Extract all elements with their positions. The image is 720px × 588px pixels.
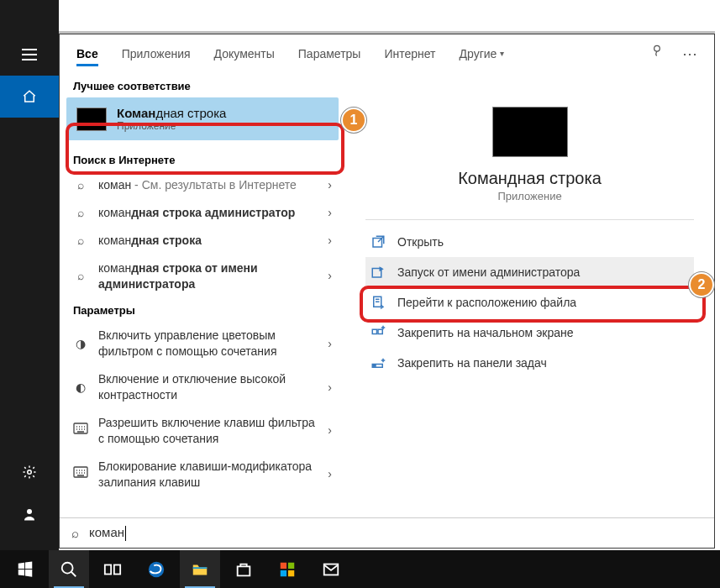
- taskbar: [0, 550, 720, 588]
- tab-apps[interactable]: Приложения: [112, 34, 201, 73]
- results-list: Лучшее соответствие Командная строка При…: [60, 73, 345, 517]
- windows-icon: [16, 560, 34, 579]
- folder-icon: [371, 295, 386, 310]
- svg-point-2: [654, 45, 660, 51]
- settings-result[interactable]: ◐ Включение и отключение высокой контрас…: [60, 365, 345, 409]
- ellipsis-icon[interactable]: ⋯: [682, 45, 697, 63]
- tab-internet[interactable]: Интернет: [374, 34, 445, 73]
- microsoft-icon: [278, 560, 297, 579]
- svg-point-15: [149, 561, 164, 576]
- search-icon: [60, 560, 78, 579]
- action-open-location[interactable]: Перейти к расположению файла: [365, 287, 694, 318]
- taskbar-taskview[interactable]: [92, 550, 133, 588]
- edge-icon: [147, 560, 166, 579]
- section-web: Поиск в Интернете: [60, 147, 345, 171]
- taskbar-microsoft[interactable]: [267, 550, 307, 588]
- search-icon: ⌕: [71, 526, 79, 540]
- web-result[interactable]: ⌕ командная строка от имени администрато…: [60, 255, 345, 298]
- search-input[interactable]: ⌕ коман: [60, 517, 714, 548]
- start-button[interactable]: [5, 550, 45, 588]
- detail-pane: Командная строка Приложение Открыть Запу…: [345, 73, 714, 517]
- web-result[interactable]: ⌕ командная строка администратор ›: [60, 199, 345, 227]
- section-best-match: Лучшее соответствие: [60, 73, 345, 97]
- chevron-right-icon: ›: [328, 177, 332, 193]
- svg-point-0: [28, 470, 32, 475]
- svg-point-1: [27, 509, 32, 514]
- palette-icon: ◑: [73, 336, 88, 352]
- web-result[interactable]: ⌕ коман - См. результаты в Интернете ›: [60, 171, 345, 199]
- annotation-marker-2: 2: [689, 272, 714, 297]
- store-icon: [234, 560, 253, 579]
- mail-icon: [322, 560, 340, 579]
- taskbar-mail[interactable]: [311, 550, 351, 588]
- settings-result[interactable]: Блокирование клавиши-модификатора залипа…: [60, 453, 345, 496]
- pin-start-icon: [371, 325, 386, 340]
- search-query-text: коман: [89, 525, 126, 541]
- chevron-right-icon: ›: [328, 336, 332, 352]
- start-rail: [0, 0, 59, 550]
- taskview-icon: [103, 560, 122, 579]
- taskbar-search[interactable]: [49, 550, 89, 588]
- search-icon: ⌕: [73, 177, 88, 193]
- action-run-as-admin[interactable]: Запуск от имени администратора: [365, 257, 694, 287]
- svg-rect-19: [281, 570, 286, 575]
- search-panel: Все Приложения Документы Параметры Интер…: [59, 34, 715, 549]
- svg-rect-8: [372, 329, 376, 333]
- keyboard-icon: [73, 423, 88, 438]
- chevron-right-icon: ›: [328, 233, 332, 249]
- svg-rect-14: [114, 564, 120, 574]
- action-pin-taskbar[interactable]: Закрепить на панели задач: [365, 348, 694, 378]
- detail-subtitle: Приложение: [365, 190, 694, 202]
- svg-point-12: [62, 562, 73, 573]
- annotation-marker-1: 1: [341, 108, 366, 133]
- svg-rect-9: [378, 329, 382, 333]
- scope-tabs: Все Приложения Документы Параметры Интер…: [60, 34, 714, 73]
- chevron-right-icon: ›: [328, 423, 332, 438]
- hamburger-icon: [22, 54, 37, 55]
- svg-rect-18: [288, 562, 294, 568]
- action-open[interactable]: Открыть: [365, 227, 694, 257]
- svg-rect-11: [374, 365, 376, 367]
- taskbar-store[interactable]: [223, 550, 264, 588]
- settings-result[interactable]: Разрешить включение клавиш фильтра с пом…: [60, 409, 345, 453]
- home-button[interactable]: [0, 76, 59, 118]
- detail-thumb-icon: [492, 107, 568, 157]
- feedback-icon[interactable]: [649, 43, 665, 64]
- user-rail-button[interactable]: [0, 493, 59, 535]
- search-icon: ⌕: [73, 205, 88, 221]
- svg-rect-17: [281, 562, 286, 568]
- settings-rail-button[interactable]: [0, 451, 59, 493]
- chevron-right-icon: ›: [328, 466, 332, 482]
- chevron-right-icon: ›: [328, 380, 332, 396]
- admin-icon: [371, 265, 386, 280]
- user-icon: [22, 507, 37, 522]
- taskbar-edge[interactable]: [136, 550, 176, 588]
- contrast-icon: ◐: [73, 380, 88, 396]
- chevron-right-icon: ›: [328, 268, 332, 284]
- open-icon: [371, 234, 386, 249]
- search-icon: ⌕: [73, 268, 88, 284]
- section-settings: Параметры: [60, 297, 345, 322]
- tab-docs[interactable]: Документы: [204, 34, 285, 73]
- best-match-title: Командная строка: [117, 106, 226, 120]
- detail-title: Командная строка: [365, 169, 694, 188]
- cmd-thumb-icon: [76, 108, 107, 131]
- tab-more[interactable]: Другие▾: [449, 34, 515, 73]
- action-pin-start[interactable]: Закрепить на начальном экране: [365, 318, 694, 348]
- web-result[interactable]: ⌕ командная строка ›: [60, 227, 345, 255]
- keyboard-icon: [73, 466, 88, 482]
- gear-icon: [22, 465, 37, 480]
- best-match-subtitle: Приложение: [117, 120, 226, 132]
- svg-rect-13: [105, 564, 111, 574]
- tab-settings[interactable]: Параметры: [288, 34, 371, 73]
- search-icon: ⌕: [73, 233, 88, 249]
- tab-all[interactable]: Все: [66, 34, 108, 73]
- taskbar-explorer[interactable]: [180, 550, 220, 588]
- menu-button[interactable]: [0, 34, 59, 76]
- settings-result[interactable]: ◑ Включить управление цветовым фильтром …: [60, 322, 345, 365]
- folder-icon: [191, 560, 209, 579]
- best-match-item[interactable]: Командная строка Приложение: [66, 97, 339, 140]
- svg-rect-20: [288, 570, 294, 575]
- chevron-down-icon: ▾: [500, 49, 504, 58]
- chevron-right-icon: ›: [328, 205, 332, 221]
